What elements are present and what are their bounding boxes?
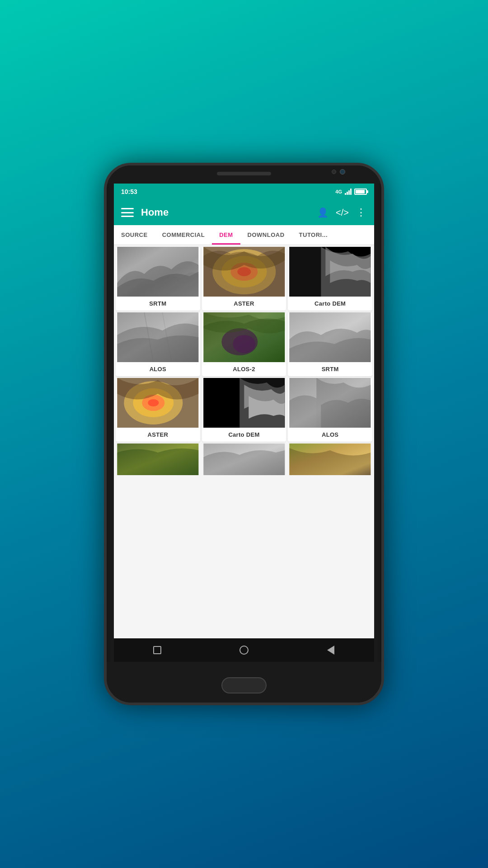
camera-area <box>332 169 345 175</box>
terrain-svg-partial-3 <box>288 443 372 475</box>
terrain-svg-carto-1 <box>288 247 372 297</box>
dem-image-srtm-2 <box>288 312 372 362</box>
terrain-svg-alos2-1 <box>202 312 286 362</box>
terrain-svg-srtm-2 <box>288 312 372 362</box>
dem-image-alos-2 <box>288 378 372 428</box>
list-item[interactable] <box>288 443 372 475</box>
person-icon[interactable]: 👤 <box>317 207 328 218</box>
list-item[interactable]: Carto DEM <box>202 378 286 442</box>
signal-bar-2 <box>347 192 348 195</box>
sensor-dot <box>332 170 336 174</box>
share-icon[interactable]: </> <box>336 208 349 218</box>
status-bar: 10:53 4G <box>114 184 374 200</box>
grid-row-3: ASTER Carto DEM <box>116 378 372 442</box>
svg-point-19 <box>148 399 159 406</box>
dem-label-carto-2: Carto DEM <box>202 428 286 442</box>
list-item[interactable] <box>116 443 200 475</box>
phone-screen: 10:53 4G Home <box>114 184 374 662</box>
dem-image-carto-2 <box>202 378 286 428</box>
list-item[interactable]: ALOS-2 <box>202 312 286 376</box>
dem-image-srtm-1 <box>116 247 200 297</box>
menu-icon[interactable] <box>121 208 134 217</box>
app-bar: Home 👤 </> ⋮ <box>114 200 374 225</box>
battery-fill <box>356 190 365 193</box>
dem-label-srtm-1: SRTM <box>116 297 200 311</box>
app-bar-actions: 👤 </> ⋮ <box>317 207 367 218</box>
dem-label-aster-2: ASTER <box>116 428 200 442</box>
terrain-svg-partial-1 <box>116 443 200 475</box>
dem-label-carto-1: Carto DEM <box>288 297 372 311</box>
list-item[interactable]: SRTM <box>288 312 372 376</box>
terrain-svg-srtm-1 <box>116 247 200 297</box>
list-item[interactable]: ALOS <box>116 312 200 376</box>
dem-image-alos-1 <box>116 312 200 362</box>
phone-device: 10:53 4G Home <box>104 163 384 705</box>
bottom-navigation <box>114 638 374 662</box>
terrain-svg-partial-2 <box>202 443 286 475</box>
svg-rect-7 <box>290 247 321 297</box>
home-icon <box>239 646 249 655</box>
list-item[interactable]: ALOS <box>288 378 372 442</box>
dem-image-aster-2 <box>116 378 200 428</box>
speaker-grille <box>217 172 271 175</box>
dem-image-carto-1 <box>288 247 372 297</box>
dem-label-alos-2: ALOS <box>288 428 372 442</box>
menu-line-2 <box>121 212 134 213</box>
terrain-svg-carto-2 <box>202 378 286 428</box>
tab-source[interactable]: SOURCE <box>114 225 155 245</box>
dem-label-aster-1: ASTER <box>202 297 286 311</box>
list-item[interactable]: SRTM <box>116 247 200 311</box>
tab-bar: SOURCE COMMERCIAL DEM DOWNLOAD TUTORI... <box>114 225 374 245</box>
terrain-svg-alos-1 <box>116 312 200 362</box>
recents-icon <box>153 646 161 654</box>
signal-bar-3 <box>348 190 350 195</box>
physical-home-button[interactable] <box>221 677 267 693</box>
dem-label-srtm-2: SRTM <box>288 362 372 376</box>
back-button[interactable] <box>324 643 338 657</box>
content-area[interactable]: SRTM <box>114 245 374 638</box>
list-item[interactable]: ASTER <box>202 247 286 311</box>
signal-strength <box>345 189 352 195</box>
terrain-svg-aster-1 <box>202 247 286 297</box>
list-item[interactable]: Carto DEM <box>288 247 372 311</box>
list-item[interactable]: ASTER <box>116 378 200 442</box>
menu-line-3 <box>121 216 134 217</box>
network-type: 4G <box>335 189 342 194</box>
recents-button[interactable] <box>150 643 164 657</box>
dem-label-alos2-1: ALOS-2 <box>202 362 286 376</box>
menu-line-1 <box>121 208 134 209</box>
app-title: Home <box>141 207 317 218</box>
dem-label-alos-1: ALOS <box>116 362 200 376</box>
tab-commercial[interactable]: COMMERCIAL <box>155 225 212 245</box>
back-icon <box>327 646 334 655</box>
list-item[interactable] <box>202 443 286 475</box>
signal-bar-1 <box>345 193 346 195</box>
front-camera <box>340 169 345 175</box>
terrain-svg-aster-2 <box>116 378 200 428</box>
svg-rect-21 <box>203 378 239 428</box>
more-vert-icon[interactable]: ⋮ <box>356 207 367 218</box>
battery-indicator <box>354 189 367 195</box>
tab-download[interactable]: DOWNLOAD <box>240 225 292 245</box>
status-icons: 4G <box>335 189 367 195</box>
phone-top-bar <box>107 165 381 184</box>
terrain-svg-alos-2 <box>288 378 372 428</box>
dem-image-alos2-1 <box>202 312 286 362</box>
phone-bottom <box>107 662 381 703</box>
partial-row <box>116 443 372 475</box>
grid-row-2: ALOS <box>116 312 372 376</box>
home-button[interactable] <box>237 643 251 657</box>
signal-bar-4 <box>350 189 352 195</box>
tab-dem[interactable]: DEM <box>212 225 240 245</box>
tab-tutorial[interactable]: TUTORI... <box>292 225 335 245</box>
grid-row-1: SRTM <box>116 247 372 311</box>
status-time: 10:53 <box>121 188 137 195</box>
dem-image-aster-1 <box>202 247 286 297</box>
